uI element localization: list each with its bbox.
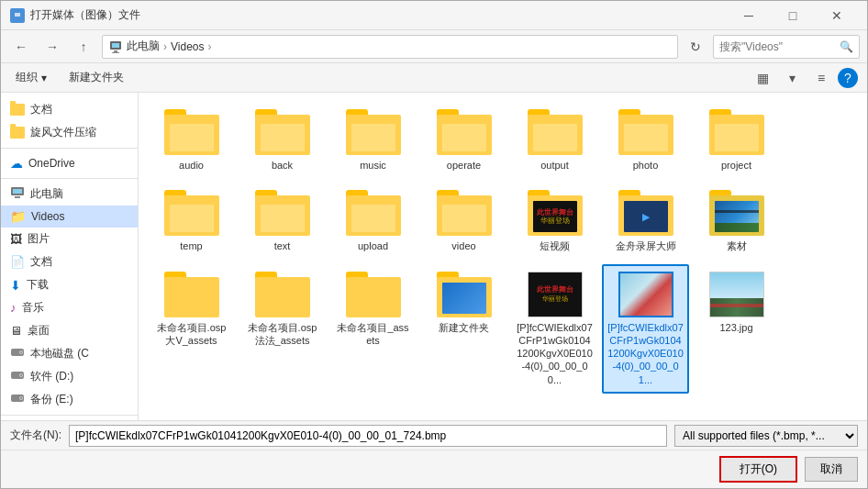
music-icon: ♪ bbox=[10, 301, 17, 315]
file-item[interactable]: 此世界舞台 华丽登场 短视频 bbox=[511, 183, 598, 260]
svg-rect-4 bbox=[114, 50, 117, 52]
file-label: 金舟录屏大师 bbox=[616, 239, 676, 252]
up-button[interactable]: ↑ bbox=[71, 35, 96, 59]
view-options: ▦ ▾ ≡ ? bbox=[750, 66, 858, 90]
sidebar-item-docs2[interactable]: 📄 文档 bbox=[1, 250, 138, 273]
file-label: 未命名项目.osp大V_assets bbox=[153, 321, 229, 348]
search-bar[interactable]: 🔍 bbox=[713, 35, 860, 59]
sidebar-item-backup-e[interactable]: 备份 (E:) bbox=[1, 388, 138, 411]
download-icon: ⬇ bbox=[10, 278, 21, 293]
file-item[interactable]: 未命名项目.osp法法_assets bbox=[239, 264, 326, 394]
file-item[interactable]: upload bbox=[329, 183, 417, 260]
svg-rect-8 bbox=[15, 196, 20, 198]
file-item[interactable]: 123.jpg bbox=[693, 264, 780, 394]
folder-icon-project bbox=[709, 109, 764, 155]
filename-label: 文件名(N): bbox=[10, 428, 61, 443]
pictures-icon: 🖼 bbox=[10, 232, 22, 246]
file-item[interactable]: photo bbox=[602, 102, 689, 179]
file-item[interactable]: 此世界舞台 华丽登场 [P]fcCWIEkdlx07CFrP1wGk010412… bbox=[511, 264, 598, 394]
folder-icon-unnamed2 bbox=[255, 272, 310, 317]
back-button[interactable]: ← bbox=[8, 35, 34, 59]
folder-icon-operate bbox=[437, 109, 492, 155]
file-item[interactable]: text bbox=[239, 183, 326, 260]
help-button[interactable]: ? bbox=[838, 68, 858, 88]
file-label: [P]fcCWIEkdlx07CFrP1wGk01041200KgvX0E010… bbox=[517, 321, 593, 386]
sidebar-label-e: 备份 (E:) bbox=[30, 392, 73, 407]
sidebar-item-videos[interactable]: 📁 Videos bbox=[1, 206, 138, 228]
minimize-button[interactable]: ─ bbox=[728, 4, 770, 28]
file-item-selected[interactable]: [P]fcCWIEkdlx07CFrP1wGk01041200KgvX0E010… bbox=[602, 264, 689, 394]
organize-button[interactable]: 组织 ▾ bbox=[10, 68, 52, 87]
titlebar: 打开媒体（图像）文件 ─ □ ✕ bbox=[1, 1, 867, 30]
sidebar-item-winzip[interactable]: 旋风文件压缩 bbox=[1, 121, 138, 144]
sidebar-label-thispc: 此电脑 bbox=[30, 186, 63, 202]
hdd-icon-d bbox=[10, 370, 25, 383]
sidebar-label-downloads: 下载 bbox=[27, 277, 49, 293]
folder-icon-text bbox=[255, 190, 310, 236]
sidebar-item-documents[interactable]: 文档 bbox=[1, 98, 138, 121]
filename-input[interactable] bbox=[69, 425, 667, 447]
file-label: 123.jpg bbox=[719, 321, 752, 334]
file-label: 素材 bbox=[727, 239, 747, 252]
file-item[interactable]: video bbox=[420, 183, 507, 260]
pc-icon-sm bbox=[10, 186, 25, 202]
file-grid: audio back bbox=[148, 102, 858, 394]
file-item[interactable]: temp bbox=[148, 183, 235, 260]
file-item[interactable]: 未命名项目_assets bbox=[329, 264, 417, 394]
actions-bar: 组织 ▾ 新建文件夹 ▦ ▾ ≡ ? bbox=[1, 63, 867, 93]
sidebar-item-localdisk-c[interactable]: 本地磁盘 (C bbox=[1, 342, 138, 365]
folder-icon-music bbox=[346, 109, 401, 155]
sidebar-item-music[interactable]: ♪ 音乐 bbox=[1, 296, 138, 319]
file-item[interactable]: music bbox=[329, 102, 417, 179]
folder-icon-temp bbox=[164, 190, 219, 236]
address-bar[interactable]: 此电脑 › Videos › bbox=[102, 35, 678, 59]
sidebar-item-onedrive[interactable]: ☁ OneDrive bbox=[1, 152, 138, 174]
filename-bar: 文件名(N): All supported files (*.bmp, *... bbox=[1, 420, 867, 450]
svg-rect-7 bbox=[13, 189, 22, 194]
folder-icon-unnamed3 bbox=[346, 272, 401, 317]
sidebar-item-desktop[interactable]: 🖥 桌面 bbox=[1, 319, 138, 342]
file-item[interactable]: project bbox=[693, 102, 780, 179]
file-item[interactable]: operate bbox=[420, 102, 507, 179]
sidebar-item-software-d[interactable]: 软件 (D:) bbox=[1, 365, 138, 388]
cancel-button[interactable]: 取消 bbox=[805, 457, 858, 482]
open-button[interactable]: 打开(O) bbox=[719, 456, 797, 483]
file-label: upload bbox=[358, 239, 388, 252]
view-arrow[interactable]: ▾ bbox=[779, 66, 805, 90]
window-title: 打开媒体（图像）文件 bbox=[30, 7, 140, 23]
sidebar-item-downloads[interactable]: ⬇ 下载 bbox=[1, 273, 138, 296]
file-label: [P]fcCWIEkdlx07CFrP1wGk01041200KgvX0E010… bbox=[607, 321, 684, 386]
file-label: audio bbox=[179, 159, 204, 172]
docs-icon: 📄 bbox=[10, 255, 25, 269]
forward-button[interactable]: → bbox=[39, 35, 65, 59]
file-label: output bbox=[540, 159, 569, 172]
refresh-button[interactable]: ↻ bbox=[684, 35, 707, 59]
svg-point-14 bbox=[20, 374, 22, 376]
sidebar-label-c: 本地磁盘 (C bbox=[30, 346, 89, 361]
file-label: project bbox=[721, 159, 751, 172]
sidebar-label-documents: 文档 bbox=[30, 102, 52, 117]
file-item[interactable]: 📄 未命名项目.osp大V_assets bbox=[148, 264, 235, 394]
new-folder-button[interactable]: 新建文件夹 bbox=[63, 68, 129, 87]
file-label: temp bbox=[180, 239, 202, 252]
view-large-icon[interactable]: ▦ bbox=[750, 66, 775, 90]
close-button[interactable]: ✕ bbox=[816, 4, 858, 28]
organize-arrow: ▾ bbox=[41, 72, 47, 84]
sidebar-item-thispc[interactable]: 此电脑 bbox=[1, 183, 138, 206]
path-sep1: › bbox=[163, 40, 167, 53]
sidebar-item-pictures[interactable]: 🖼 图片 bbox=[1, 228, 138, 250]
view-detail[interactable]: ≡ bbox=[808, 66, 834, 90]
search-input[interactable] bbox=[719, 40, 836, 53]
folder-icon-upload bbox=[346, 190, 401, 236]
cloud-icon: ☁ bbox=[10, 156, 23, 171]
file-item[interactable]: 新建文件夹 bbox=[420, 264, 507, 394]
path-videos: Videos bbox=[171, 40, 204, 53]
maximize-button[interactable]: □ bbox=[772, 4, 814, 28]
file-item[interactable]: 素材 bbox=[693, 183, 780, 260]
filetype-select[interactable]: All supported files (*.bmp, *... bbox=[674, 425, 858, 447]
file-item[interactable]: output bbox=[511, 102, 598, 179]
file-item[interactable]: audio bbox=[148, 102, 235, 179]
file-open-dialog: 打开媒体（图像）文件 ─ □ ✕ ← → ↑ 此电脑 › Videos › ↻ … bbox=[0, 0, 868, 489]
file-item[interactable]: back bbox=[239, 102, 326, 179]
file-item[interactable]: ▶ 金舟录屏大师 bbox=[602, 183, 689, 260]
